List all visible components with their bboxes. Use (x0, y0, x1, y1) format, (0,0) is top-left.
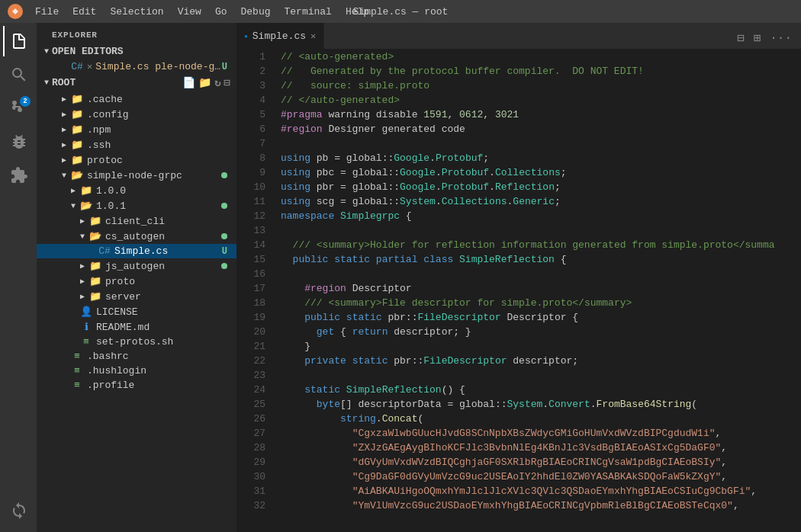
line-num-1: 1 (236, 50, 265, 64)
line-num-6: 6 (236, 122, 265, 136)
menu-debug[interactable]: Debug (234, 5, 276, 19)
code-line-30: "Cg9DaGF0dGVyUmVzcG9uc2USEAoIY2hhdEl0ZW0… (281, 470, 801, 484)
tab-filename: Simple.cs (253, 30, 306, 42)
split-editor-btn[interactable]: ⊟ (734, 27, 748, 49)
folder-name: protoc (87, 155, 230, 166)
tab-simple-cs[interactable]: ● Simple.cs ✕ (236, 23, 324, 49)
menu-view[interactable]: View (172, 5, 207, 19)
modified-badge: U (222, 62, 227, 72)
tree-item-npm[interactable]: ▶ 📁 .npm (37, 122, 236, 137)
code-line-23 (281, 368, 801, 383)
layout-btn[interactable]: ⊞ (751, 27, 764, 49)
close-simple-cs[interactable]: ✕ (87, 61, 92, 72)
file-name: set-protos.sh (96, 336, 230, 348)
code-line-11: using scg = global::System.Collections.G… (281, 194, 801, 209)
collapse-btn[interactable]: ⊟ (224, 76, 230, 89)
line-num-7: 7 (236, 136, 265, 151)
source-control-activity-icon[interactable]: 2 (3, 93, 34, 123)
tree-item-protoc[interactable]: ▶ 📁 protoc (37, 152, 236, 168)
line-num-9: 9 (236, 165, 265, 180)
open-editors-toggle: ▼ (44, 47, 49, 56)
tree-item-bashrc[interactable]: ≡ .bashrc (37, 349, 236, 364)
tree-item-hushlogin[interactable]: ≡ .hushlogin (37, 364, 236, 378)
code-editor[interactable]: // <auto-generated> // Generated by the … (275, 50, 801, 532)
tree-item-cache[interactable]: ▶ 📁 .cache (37, 91, 236, 107)
line-num-5: 5 (236, 107, 265, 122)
tree-item-set-protos[interactable]: ≡ set-protos.sh (37, 335, 236, 349)
folder-arrow: ▼ (67, 202, 79, 210)
tree-item-simple-node-grpc[interactable]: ▼ 📂 simple-node-grpc (37, 168, 236, 183)
folder-name: proto (105, 276, 230, 287)
line-num-17: 17 (236, 281, 265, 296)
root-section[interactable]: ▼ ROOT 📄 📁 ↻ ⊟ (37, 74, 236, 91)
folder-name: simple-node-grpc (87, 170, 221, 181)
line-num-13: 13 (236, 223, 265, 238)
code-line-8: using pb = global::Google.Protobuf; (281, 151, 801, 165)
folder-arrow: ▶ (58, 125, 70, 134)
folder-name: .npm (87, 124, 230, 136)
tree-item-server[interactable]: ▶ 📁 server (37, 289, 236, 304)
folder-open-icon: 📂 (79, 200, 93, 212)
tree-item-readme[interactable]: ℹ README.md (37, 319, 236, 335)
tree-item-101[interactable]: ▼ 📂 1.0.1 (37, 198, 236, 213)
sync-activity-icon[interactable] (3, 495, 34, 526)
tree-item-client-cli[interactable]: ▶ 📁 client_cli (37, 213, 236, 229)
folder-name: server (105, 291, 230, 303)
menu-selection[interactable]: Selection (104, 5, 169, 19)
line-num-8: 8 (236, 151, 265, 165)
code-line-20: get { return descriptor; } (281, 325, 801, 339)
tree-item-ssh[interactable]: ▶ 📁 .ssh (37, 137, 236, 152)
cs-file-icon: C# (70, 61, 84, 72)
extensions-activity-icon[interactable] (3, 160, 34, 191)
new-file-btn[interactable]: 📄 (182, 76, 195, 89)
folder-open-icon: 📂 (88, 230, 102, 242)
tree-item-js-autogen[interactable]: ▶ 📁 js_autogen (37, 258, 236, 274)
line-num-3: 3 (236, 79, 265, 93)
code-line-21: } (281, 339, 801, 354)
tree-item-config[interactable]: ▶ 📁 .config (37, 107, 236, 122)
code-line-7 (281, 136, 801, 151)
line-num-19: 19 (236, 310, 265, 325)
debug-activity-icon[interactable] (3, 127, 34, 157)
tree-item-profile[interactable]: ≡ .profile (37, 378, 236, 393)
code-line-2: // Generated by the protocol buffer comp… (281, 64, 801, 79)
code-line-24: static SimpleReflection() { (281, 383, 801, 397)
license-icon: 👤 (79, 306, 93, 318)
file-name: Simple.cs (114, 245, 222, 257)
line-num-28: 28 (236, 441, 265, 455)
code-line-3: // source: simple.proto (281, 79, 801, 93)
tab-close-btn[interactable]: ✕ (310, 30, 316, 42)
tree-item-proto[interactable]: ▶ 📁 proto (37, 274, 236, 289)
files-activity-icon[interactable] (3, 26, 34, 56)
open-editor-simple-cs[interactable]: C# ✕ Simple.cs ple-node-grp... U (37, 59, 236, 74)
tree-item-simple-cs[interactable]: C# Simple.cs U (37, 244, 236, 258)
menu-edit[interactable]: Edit (66, 5, 102, 19)
file-name: .profile (87, 380, 230, 391)
more-btn[interactable]: ··· (767, 28, 795, 48)
search-activity-icon[interactable] (3, 59, 34, 90)
folder-arrow: ▶ (58, 95, 70, 104)
tab-dot: ● (244, 33, 248, 40)
code-line-10: using pbr = global::Google.Protobuf.Refl… (281, 180, 801, 194)
new-folder-btn[interactable]: 📁 (198, 76, 211, 89)
menu-terminal[interactable]: Terminal (278, 5, 338, 19)
open-editors-section[interactable]: ▼ OPEN EDITORS (37, 43, 236, 59)
folder-icon: 📁 (88, 260, 102, 272)
tree-item-cs-autogen[interactable]: ▼ 📂 cs_autogen (37, 229, 236, 244)
title-bar: FileEditSelectionViewGoDebugTerminalHelp… (0, 0, 801, 23)
folder-name: 1.0.1 (96, 200, 221, 212)
line-num-2: 2 (236, 64, 265, 79)
folder-arrow: ▶ (76, 277, 88, 286)
code-line-1: // <auto-generated> (281, 50, 801, 64)
tree-item-100[interactable]: ▶ 📁 1.0.0 (37, 183, 236, 198)
menu-go[interactable]: Go (209, 5, 233, 19)
refresh-btn[interactable]: ↻ (214, 76, 220, 89)
tree-item-license[interactable]: 👤 LICENSE (37, 304, 236, 319)
line-num-30: 30 (236, 470, 265, 484)
editor-area: ● Simple.cs ✕ ⊟ ⊞ ··· 1 2 3 4 5 6 7 8 9 (236, 23, 801, 532)
folder-icon: 📁 (70, 139, 84, 151)
code-line-6: #region Designer generated code (281, 122, 801, 136)
tab-actions: ⊟ ⊞ ··· (734, 27, 801, 49)
line-num-14: 14 (236, 238, 265, 252)
menu-file[interactable]: File (29, 5, 65, 19)
